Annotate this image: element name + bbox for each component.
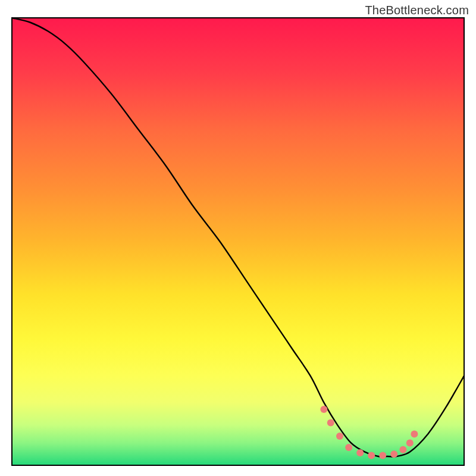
valley-marker-dot [345,444,352,451]
valley-marker-dot [411,430,418,437]
valley-marker-dot [336,433,343,440]
valley-marker-dot [327,419,334,427]
bottleneck-chart [0,0,476,476]
valley-marker-dot [356,449,364,456]
valley-marker-dot [390,450,397,458]
valley-marker-dot [399,446,406,453]
valley-marker-dot [368,452,375,459]
valley-marker-dot [320,406,327,413]
watermark-text: TheBottleneck.com [365,4,469,17]
valley-marker-dot [379,452,386,459]
valley-marker-dot [406,439,414,446]
plot-background [12,18,464,465]
chart-container: TheBottleneck.com [0,0,476,476]
